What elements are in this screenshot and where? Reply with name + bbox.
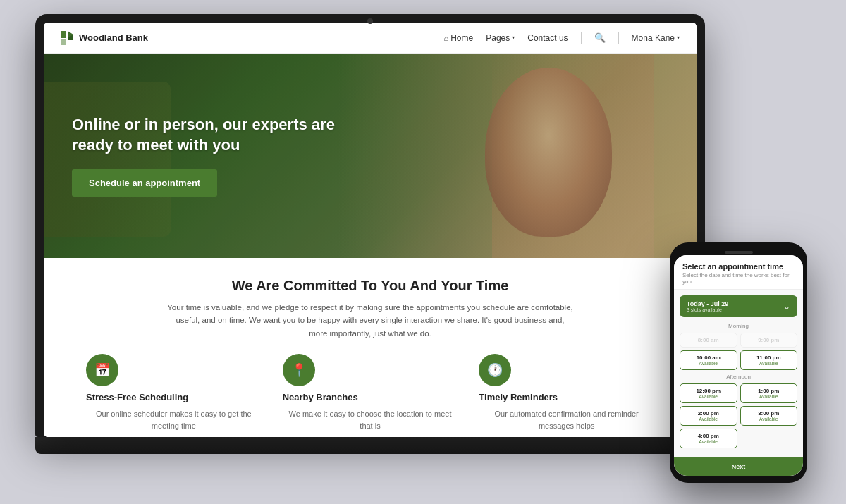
nav-contact[interactable]: Contact us	[527, 33, 568, 43]
feature-branches-text: We make it easy to choose the location t…	[283, 408, 458, 431]
slots-available: 3 slots available	[687, 307, 728, 312]
morning-grid: 8:00 am 9:00 pm 10:00 am Available 11:00…	[680, 333, 797, 370]
svg-rect-1	[61, 39, 66, 45]
hero-content: Online or in person, our experts are rea…	[72, 115, 368, 197]
feature-scheduling-title: Stress-Free Scheduling	[86, 392, 188, 402]
date-chevron-icon: ⌄	[783, 302, 790, 312]
time-11pm-avail: Available	[744, 361, 795, 366]
scheduling-icon: 📅	[86, 354, 118, 386]
time-8am: 8:00 am	[683, 337, 734, 343]
time-10am-avail: Available	[683, 361, 734, 366]
time-4pm-avail: Available	[683, 439, 734, 444]
time-1pm: 1:00 pm	[744, 388, 795, 394]
morning-label: Morning	[680, 323, 797, 329]
time-slot-4pm[interactable]: 4:00 pm Available	[680, 429, 737, 448]
nav-divider	[581, 32, 582, 44]
hero-title: Online or in person, our experts are rea…	[72, 115, 368, 155]
nav-home[interactable]: ⌂ Home	[444, 33, 474, 43]
feature-scheduling: 📅 Stress-Free Scheduling Our online sche…	[86, 354, 262, 431]
hero-section: Online or in person, our experts are rea…	[44, 54, 697, 258]
site-logo: Woodland Bank	[61, 31, 148, 45]
time-slot-9pm[interactable]: 9:00 pm	[740, 333, 798, 348]
commitment-section: We Are Committed To You And Your Time Yo…	[44, 258, 697, 437]
user-chevron-icon: ▾	[677, 35, 680, 41]
time-slot-2pm[interactable]: 2:00 pm Available	[680, 406, 737, 426]
feature-branches-title: Nearby Branches	[283, 392, 358, 402]
phone-notch-bar	[674, 250, 803, 255]
nav-user[interactable]: Mona Kane ▾	[632, 33, 680, 43]
time-slot-11pm[interactable]: 11:00 pm Available	[740, 350, 798, 370]
reminders-icon: 🕐	[479, 354, 511, 386]
nav-links: ⌂ Home Pages ▾ Contact us 🔍	[444, 32, 680, 44]
feature-scheduling-text: Our online scheduler makes it easy to ge…	[86, 408, 262, 431]
commitment-body: Your time is valuable, and we pledge to …	[166, 301, 575, 340]
time-4pm: 4:00 pm	[683, 433, 734, 439]
appointment-subtitle: Select the date and time the works best …	[682, 272, 795, 285]
time-10am: 10:00 am	[683, 355, 734, 361]
logo-icon	[61, 31, 75, 45]
phone-notch	[725, 251, 753, 254]
brand-name: Woodland Bank	[79, 32, 148, 43]
nav-divider-2	[618, 32, 619, 44]
time-slot-1pm[interactable]: 1:00 pm Available	[740, 383, 798, 403]
afternoon-label: Afternoon	[680, 374, 797, 380]
laptop-device: Woodland Bank ⌂ Home Pages ▾ Contact us	[35, 14, 705, 479]
chevron-down-icon: ▾	[512, 35, 515, 41]
scene: Woodland Bank ⌂ Home Pages ▾ Contact us	[0, 0, 846, 504]
nav-pages[interactable]: Pages ▾	[486, 33, 515, 43]
laptop-base	[35, 437, 705, 454]
commitment-title: We Are Committed To You And Your Time	[72, 278, 668, 294]
time-9pm: 9:00 pm	[744, 337, 795, 343]
time-slot-3pm[interactable]: 3:00 pm Available	[740, 406, 798, 426]
time-slot-8am[interactable]: 8:00 am	[680, 333, 737, 348]
branches-icon: 📍	[283, 354, 315, 386]
time-3pm-avail: Available	[744, 417, 795, 422]
nav-search-btn[interactable]: 🔍	[594, 32, 606, 43]
feature-branches: 📍 Nearby Branches We make it easy to cho…	[283, 354, 458, 431]
site-navbar: Woodland Bank ⌂ Home Pages ▾ Contact us	[44, 23, 697, 54]
appointment-title: Select an appointment time	[682, 262, 795, 271]
feature-reminders-text: Our automated confirmation and reminder …	[479, 408, 654, 431]
feature-reminders-title: Timely Reminders	[479, 392, 558, 402]
phone-screen: Select an appointment time Select the da…	[674, 255, 803, 476]
hero-person-silhouette	[485, 68, 612, 237]
date-selector[interactable]: Today - Jul 29 3 slots available ⌄	[680, 295, 797, 317]
time-3pm: 3:00 pm	[744, 410, 795, 417]
time-1pm-avail: Available	[744, 394, 795, 399]
phone-device: Select an appointment time Select the da…	[670, 242, 807, 483]
time-11pm: 11:00 pm	[744, 355, 795, 361]
appointment-body: Today - Jul 29 3 slots available ⌄ Morni…	[674, 290, 803, 457]
afternoon-grid: 12:00 pm Available 1:00 pm Available 2:0…	[680, 383, 797, 448]
time-12pm-avail: Available	[683, 394, 734, 399]
features-row: 📅 Stress-Free Scheduling Our online sche…	[72, 354, 668, 431]
home-icon: ⌂	[444, 34, 449, 42]
laptop-camera	[367, 18, 373, 24]
time-2pm: 2:00 pm	[683, 410, 734, 417]
next-button[interactable]: Next	[674, 457, 803, 476]
time-2pm-avail: Available	[683, 417, 734, 422]
laptop-screen: Woodland Bank ⌂ Home Pages ▾ Contact us	[44, 23, 697, 437]
svg-rect-0	[61, 31, 66, 38]
schedule-appointment-button[interactable]: Schedule an appointment	[72, 169, 217, 197]
feature-reminders: 🕐 Timely Reminders Our automated confirm…	[479, 354, 654, 431]
time-12pm: 12:00 pm	[683, 388, 734, 394]
time-slot-12pm[interactable]: 12:00 pm Available	[680, 383, 737, 403]
date-label: Today - Jul 29	[687, 300, 728, 307]
appointment-header: Select an appointment time Select the da…	[674, 255, 803, 290]
time-slot-10am[interactable]: 10:00 am Available	[680, 350, 737, 370]
laptop-frame: Woodland Bank ⌂ Home Pages ▾ Contact us	[35, 14, 705, 437]
